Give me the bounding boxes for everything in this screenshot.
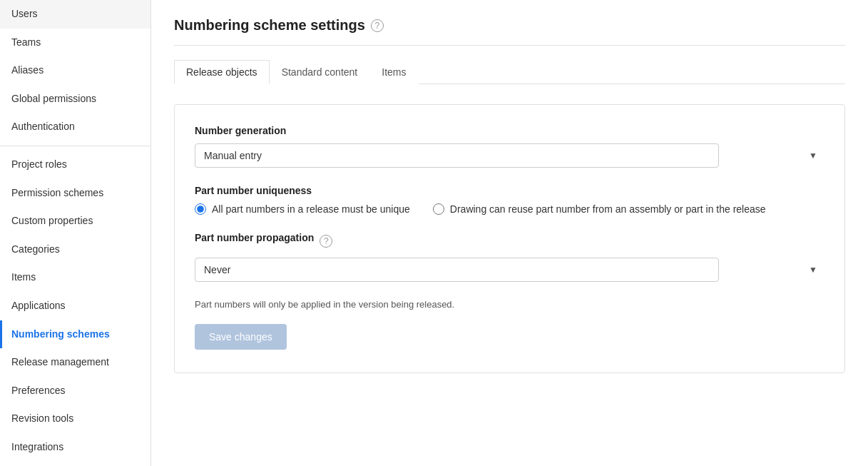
sidebar-item-project-roles[interactable]: Project roles [0,151,150,179]
number-generation-arrow: ▼ [809,151,817,161]
sidebar-item-webhooks[interactable]: Webhooks [0,462,150,467]
content-box: Number generation Manual entryAuto-gener… [174,104,845,373]
propagation-wrapper: NeverAlwaysOn creation ▼ [195,258,824,282]
sidebar-item-applications[interactable]: Applications [0,292,150,320]
tab-standard-content[interactable]: Standard content [270,60,370,84]
sidebar-item-permission-schemes[interactable]: Permission schemes [0,179,150,208]
sidebar-divider-1 [0,146,150,146]
sidebar-item-integrations[interactable]: Integrations [0,433,150,462]
radio-option-unique-all[interactable]: All part numbers in a release must be un… [195,203,410,215]
main-content: Numbering scheme settings ? Release obje… [151,0,868,466]
sidebar-item-authentication[interactable]: Authentication [0,113,150,141]
sidebar-item-teams[interactable]: Teams [0,29,150,57]
sidebar-item-custom-properties[interactable]: Custom properties [0,207,150,235]
radio-input-unique-all[interactable] [195,203,206,215]
propagation-arrow: ▼ [809,265,817,275]
sidebar-item-items[interactable]: Items [0,263,150,292]
radio-option-unique-drawing[interactable]: Drawing can reuse part number from an as… [433,203,766,215]
radio-label-unique-drawing: Drawing can reuse part number from an as… [450,203,766,215]
part-number-propagation-label: Part number propagation [195,232,314,243]
sidebar-item-numbering-schemes[interactable]: Numbering schemes [0,320,150,349]
sidebar-item-aliases[interactable]: Aliases [0,56,150,85]
sidebar-item-global-permissions[interactable]: Global permissions [0,85,150,113]
number-generation-select[interactable]: Manual entryAuto-generateCustom [195,143,719,168]
save-changes-button[interactable]: Save changes [195,324,287,350]
number-generation-label: Number generation [195,125,824,136]
sidebar-item-users[interactable]: Users [0,0,150,29]
sidebar-item-categories[interactable]: Categories [0,235,150,264]
part-number-uniqueness-label: Part number uniqueness [195,185,824,196]
tabs-container: Release objectsStandard contentItems [174,60,845,84]
sidebar-item-revision-tools[interactable]: Revision tools [0,405,150,433]
propagation-select[interactable]: NeverAlwaysOn creation [195,258,719,282]
sidebar: UsersTeamsAliasesGlobal permissionsAuthe… [0,0,151,466]
sidebar-item-preferences[interactable]: Preferences [0,377,150,405]
propagation-hint: Part numbers will only be applied in the… [195,299,824,310]
number-generation-wrapper: Manual entryAuto-generateCustom ▼ [195,143,824,168]
tab-items[interactable]: Items [369,60,418,84]
part-number-uniqueness-group: All part numbers in a release must be un… [195,203,824,215]
radio-input-unique-drawing[interactable] [433,203,444,215]
sidebar-item-release-management[interactable]: Release management [0,348,150,377]
page-help-icon[interactable]: ? [371,19,384,32]
propagation-help-icon[interactable]: ? [320,235,332,248]
page-title: Numbering scheme settings [174,17,365,34]
radio-label-unique-all: All part numbers in a release must be un… [212,203,410,215]
title-divider [174,45,845,46]
tab-release-objects[interactable]: Release objects [174,60,270,84]
